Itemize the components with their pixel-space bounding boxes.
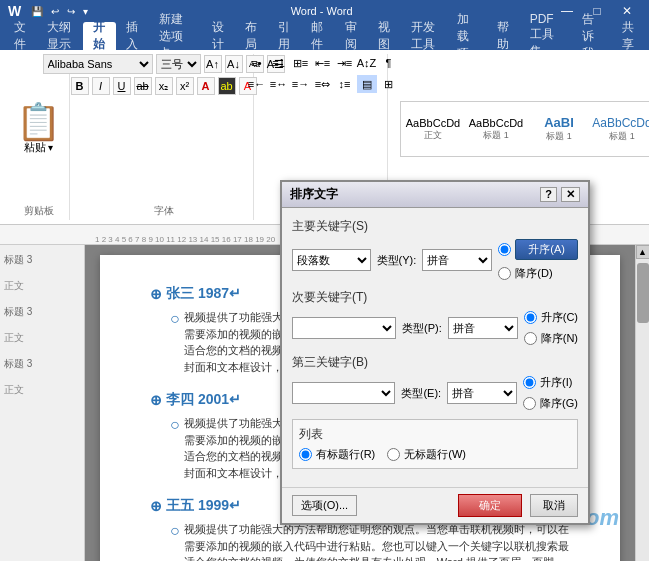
dialog-title-bar[interactable]: 排序文字 ? ✕ (282, 182, 588, 208)
strikethrough-button[interactable]: ab (134, 77, 152, 95)
type-label-1: 类型(Y): (377, 253, 417, 268)
style-heading2[interactable]: AaBbCcDd 标题 1 (592, 104, 649, 154)
subscript-button[interactable]: x₂ (155, 77, 173, 95)
save-icon[interactable]: 💾 (29, 4, 45, 19)
sidebar-item-heading1[interactable]: 标题 3 (4, 253, 80, 267)
desc-label-3: 降序(G) (540, 396, 578, 411)
main-key-select[interactable]: 段落数 (292, 249, 371, 271)
type-label-2: 类型(P): (402, 321, 442, 336)
desc-radio-2[interactable] (524, 332, 537, 345)
asc-radio-1[interactable] (498, 243, 511, 256)
style-no-spacing[interactable]: AaBbCcDd 标题 1 (466, 104, 526, 154)
bullets-button[interactable]: ≡• (247, 54, 267, 72)
type-label-3: 类型(E): (401, 386, 441, 401)
wangwu-content: ○ 视频提供了功能强大的方法帮助您证明您的观点。当您单击联机视频时，可以在需要添… (150, 521, 570, 561)
heading-text-1: 张三 1987↵ (166, 285, 241, 303)
sidebar-normal-label-2: 正文 (4, 331, 80, 345)
bold-button[interactable]: B (71, 77, 89, 95)
sidebar-item-heading2[interactable]: 标题 3 (4, 305, 80, 319)
has-header-radio[interactable] (299, 448, 312, 461)
para-row-2: ≡← ≡↔ ≡→ ≡⇔ ↕≡ ▤ ⊞ (247, 75, 399, 93)
increase-indent-button[interactable]: ⇥≡ (335, 54, 355, 72)
tab-mailings[interactable]: 邮件 (301, 22, 334, 50)
align-left-button[interactable]: ≡← (247, 75, 267, 93)
underline-button[interactable]: U (113, 77, 131, 95)
tab-share[interactable]: 共享 (612, 22, 645, 50)
no-header-radio[interactable] (387, 448, 400, 461)
font-size-select[interactable]: 三号 (156, 54, 201, 74)
options-button[interactable]: 选项(O)... (292, 495, 357, 516)
desc-label-2: 降序(N) (541, 331, 578, 346)
dialog-close-button[interactable]: ✕ (561, 187, 580, 202)
tab-file[interactable]: 文件 (4, 22, 37, 50)
tab-new-tab[interactable]: 新建选项卡 (149, 22, 202, 50)
tab-tell-me[interactable]: 告诉我 (572, 22, 612, 50)
desc-radio-3[interactable] (523, 397, 536, 410)
heading-bullet-1: ⊕ (150, 286, 162, 302)
tab-references[interactable]: 引用 (268, 22, 301, 50)
ribbon-tabs: 文件 大纲显示 开始 插入 新建选项卡 设计 布局 引用 邮件 审阅 视图 开发… (0, 22, 649, 50)
second-key-label: 次要关键字(T) (292, 289, 578, 306)
tab-addins[interactable]: 加载项 (447, 22, 487, 50)
asc-radio-2[interactable] (524, 311, 537, 324)
ok-button[interactable]: 确定 (458, 494, 522, 517)
text-highlight-button[interactable]: ab (218, 77, 236, 95)
sidebar-item-heading3[interactable]: 标题 3 (4, 357, 80, 371)
bullet-dot-2: ○ (170, 415, 180, 434)
sidebar-item-normal3[interactable]: 正文 (4, 383, 80, 397)
tab-insert[interactable]: 插入 (116, 22, 149, 50)
multilevel-button[interactable]: ⊞≡ (291, 54, 311, 72)
text-effect-button[interactable]: A (197, 77, 215, 95)
numbering-button[interactable]: ≡1 (269, 54, 289, 72)
second-type-select[interactable]: 拼音 (448, 317, 518, 339)
list-label: 列表 (299, 426, 571, 443)
font-family-select[interactable]: Alibaba Sans (43, 54, 153, 74)
shrink-font-button[interactable]: A↓ (225, 55, 243, 73)
second-key-select[interactable] (292, 317, 396, 339)
align-right-button[interactable]: ≡→ (291, 75, 311, 93)
desc-radio-1[interactable] (498, 267, 511, 280)
main-type-select[interactable]: 拼音 (422, 249, 492, 271)
tab-outline[interactable]: 大纲显示 (37, 22, 83, 50)
main-key-label: 主要关键字(S) (292, 218, 578, 235)
third-key-select[interactable] (292, 382, 395, 404)
cancel-button[interactable]: 取消 (530, 494, 578, 517)
no-header-option[interactable]: 无标题行(W) (387, 447, 466, 462)
decrease-indent-button[interactable]: ⇤≡ (313, 54, 333, 72)
tab-developer[interactable]: 开发工具 (401, 22, 447, 50)
redo-icon[interactable]: ↪ (65, 4, 77, 19)
asc-button-1[interactable]: 升序(A) (515, 239, 578, 260)
main-key-row: 段落数 类型(Y): 拼音 升序(A) 降序(D) (292, 239, 578, 281)
grow-font-button[interactable]: A↑ (204, 55, 222, 73)
superscript-button[interactable]: x² (176, 77, 194, 95)
shading-button[interactable]: ▤ (357, 75, 377, 93)
scroll-thumb[interactable] (637, 263, 649, 323)
tab-help[interactable]: 帮助 (487, 22, 520, 50)
scroll-up-button[interactable]: ▲ (636, 245, 650, 259)
dialog-help-button[interactable]: ? (540, 187, 557, 202)
tab-home[interactable]: 开始 (83, 22, 116, 50)
sort-button[interactable]: A↕Z (357, 54, 377, 72)
third-type-select[interactable]: 拼音 (447, 382, 517, 404)
close-button[interactable]: ✕ (613, 2, 641, 20)
asc-radio-3[interactable] (523, 376, 536, 389)
sidebar-item-normal1[interactable]: 正文 (4, 279, 80, 293)
tab-pdf[interactable]: PDF工具集 (520, 22, 573, 50)
style-heading1[interactable]: AaBI 标题 1 (529, 104, 589, 154)
tab-layout[interactable]: 布局 (235, 22, 268, 50)
align-center-button[interactable]: ≡↔ (269, 75, 289, 93)
header-row-option[interactable]: 有标题行(R) (299, 447, 375, 462)
line-spacing-button[interactable]: ↕≡ (335, 75, 355, 93)
justify-button[interactable]: ≡⇔ (313, 75, 333, 93)
vertical-scrollbar[interactable]: ▲ ▼ (635, 245, 649, 561)
italic-button[interactable]: I (92, 77, 110, 95)
clipboard-label: 剪贴板 (24, 204, 54, 218)
more-qa-icon[interactable]: ▾ (81, 4, 90, 19)
sidebar-item-normal2[interactable]: 正文 (4, 331, 80, 345)
tab-review[interactable]: 审阅 (335, 22, 368, 50)
third-key-row: 类型(E): 拼音 升序(I) 降序(G) (292, 375, 578, 411)
tab-view[interactable]: 视图 (368, 22, 401, 50)
tab-design[interactable]: 设计 (202, 22, 235, 50)
undo-icon[interactable]: ↩ (49, 4, 61, 19)
style-normal[interactable]: AaBbCcDd 正文 (403, 104, 463, 154)
